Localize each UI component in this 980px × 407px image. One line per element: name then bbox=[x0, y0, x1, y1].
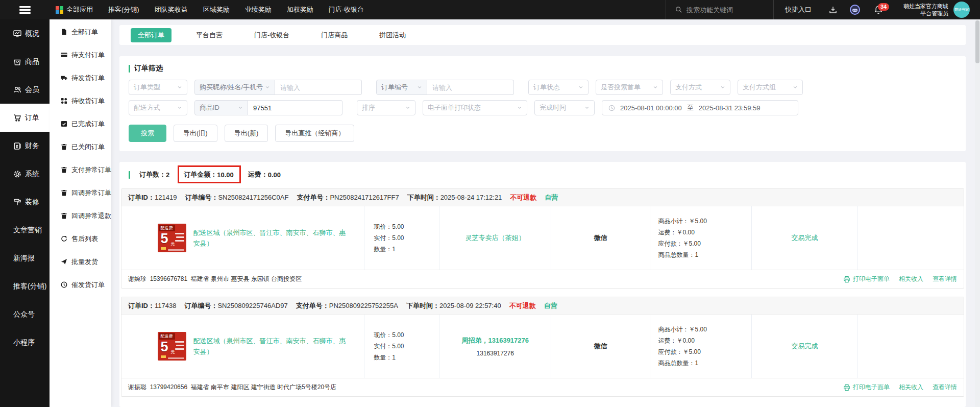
avatar[interactable]: 萌娃当家 bbox=[953, 2, 970, 18]
submenu-callback-abnormal-refund[interactable]: 回调异常退款 bbox=[50, 204, 111, 227]
ai-assistant-icon[interactable] bbox=[843, 4, 867, 15]
submenu-pay-abnormal-orders[interactable]: 支付异常订单 bbox=[50, 158, 111, 181]
top-nav-all-apps[interactable]: 全部应用 bbox=[56, 5, 93, 14]
buyer-search-input[interactable] bbox=[275, 80, 362, 95]
order-status: 交易完成 bbox=[792, 233, 818, 243]
sidebar-item-official-account[interactable]: 公众号 bbox=[0, 300, 50, 328]
tab-platform-self[interactable]: 平台自营 bbox=[189, 28, 230, 42]
menu-icon[interactable] bbox=[0, 6, 50, 14]
pay-no-value: PN250809225752255A bbox=[329, 302, 398, 309]
first-order-select[interactable]: 是否搜索首单 bbox=[596, 80, 663, 95]
order-list-panel: 订单数： 2 订单金额： 10.00 运费： 0.00 订单ID：1 bbox=[119, 162, 966, 407]
submenu-batch-ship[interactable]: 批量发货 bbox=[50, 250, 111, 273]
submenu-callback-abnormal-orders[interactable]: 回调异常订单 bbox=[50, 181, 111, 204]
chevron-down-icon bbox=[405, 105, 410, 110]
submenu-urge-ship-orders[interactable]: 催发货订单 bbox=[50, 273, 111, 296]
date-end: 2025-08-31 23:59:59 bbox=[699, 104, 761, 112]
order-summary-row: 订单数： 2 订单金额： 10.00 运费： 0.00 bbox=[129, 170, 957, 179]
delivery-select[interactable]: 配送方式 bbox=[129, 100, 187, 115]
export-direct-button[interactable]: 导出直推（经销商） bbox=[275, 125, 354, 142]
top-nav-item[interactable]: 团队奖收益 bbox=[155, 5, 188, 14]
pay-way-group-select[interactable]: 支付方式组 bbox=[738, 80, 803, 95]
trash-icon bbox=[61, 166, 67, 173]
goods-id-key-select[interactable]: 商品ID bbox=[194, 100, 248, 115]
order-no-key-select[interactable]: 订单编号 bbox=[376, 80, 427, 95]
sidebar-item-overview[interactable]: 概况 bbox=[0, 19, 50, 47]
print-eorder-link[interactable]: 打印电子面单 bbox=[843, 383, 890, 392]
topbar-search[interactable] bbox=[666, 0, 773, 19]
product-name-link[interactable]: 配送区域（泉州市区、晋江市、南安市、石狮市、惠安县） bbox=[193, 336, 347, 357]
sidebar-item-system[interactable]: 系统 bbox=[0, 160, 50, 188]
order-status-select[interactable]: 订单状态 bbox=[528, 80, 589, 95]
sidebar-item-member[interactable]: 会员 bbox=[0, 76, 50, 104]
store-link[interactable]: 灵芝专卖店（茶姐） bbox=[462, 233, 528, 243]
submenu-unshipped-orders[interactable]: 待发货订单 bbox=[50, 66, 111, 89]
non-refundable-tag: 不可退款 bbox=[509, 301, 536, 310]
order-time-label: 下单时间： bbox=[406, 302, 439, 309]
download-icon[interactable] bbox=[823, 6, 843, 14]
sidebar-item-goods[interactable]: 商品 bbox=[0, 47, 50, 76]
goods-id-input[interactable] bbox=[248, 100, 342, 115]
buyer-link[interactable]: 周招弟，13163917276 bbox=[458, 336, 532, 346]
submenu-aftersale-list[interactable]: 售后列表 bbox=[50, 227, 111, 250]
print-eorder-link[interactable]: 打印电子面单 bbox=[843, 275, 890, 283]
export-old-button[interactable]: 导出(旧) bbox=[174, 125, 217, 142]
view-detail-link[interactable]: 查看详情 bbox=[933, 275, 957, 283]
tab-all-orders[interactable]: 全部订单 bbox=[131, 28, 172, 42]
submenu-unpaid-orders[interactable]: 待支付订单 bbox=[50, 43, 111, 66]
quick-entry-link[interactable]: 快捷入口 bbox=[774, 5, 823, 14]
filter-row-2: 配送方式 商品ID 排序 电子面 bbox=[129, 100, 957, 115]
chevron-down-icon bbox=[517, 105, 522, 110]
related-income-link[interactable]: 相关收入 bbox=[899, 275, 923, 283]
order-no-input[interactable] bbox=[427, 80, 514, 95]
scrollbar-track[interactable] bbox=[975, 20, 980, 407]
submenu-receiving-orders[interactable]: 待收货订单 bbox=[50, 89, 111, 112]
select-value: 订单类型 bbox=[134, 83, 160, 92]
sidebar-item-finance[interactable]: 财务 bbox=[0, 132, 50, 160]
top-nav-item[interactable]: 加权奖励 bbox=[287, 5, 313, 14]
sidebar-item-decoration[interactable]: 装修 bbox=[0, 188, 50, 216]
sidebar-item-poster[interactable]: 新海报 bbox=[0, 244, 50, 272]
tab-store-cashier[interactable]: 门店-收银台 bbox=[247, 28, 297, 42]
submenu-closed-orders[interactable]: 已关闭订单 bbox=[50, 135, 111, 158]
sidebar-item-orders[interactable]: 订单 bbox=[0, 104, 50, 132]
top-nav-item[interactable]: 门店-收银台 bbox=[329, 5, 364, 14]
self-operated-tag: 自营 bbox=[545, 193, 558, 202]
related-income-link[interactable]: 相关收入 bbox=[899, 383, 923, 392]
submenu-completed-orders[interactable]: 已完成订单 bbox=[50, 112, 111, 135]
submenu-all-orders[interactable]: 全部订单 bbox=[50, 20, 111, 43]
order-card: 订单ID：121419 订单编号：SN250824171256C0AF 支付单号… bbox=[121, 188, 964, 289]
buyer-search-group: 购买昵称/姓名/手机号 bbox=[194, 80, 362, 95]
top-nav-item[interactable]: 区域奖励 bbox=[203, 5, 230, 14]
top-nav-item[interactable]: 业绩奖励 bbox=[245, 5, 272, 14]
scrollbar-thumb[interactable] bbox=[975, 20, 979, 63]
order-no-group: 订单编号 bbox=[376, 80, 514, 95]
select-value: 是否搜索首单 bbox=[601, 83, 641, 92]
buyer-key-select[interactable]: 购买昵称/姓名/手机号 bbox=[194, 80, 275, 95]
notifications-button[interactable]: 34 bbox=[867, 5, 890, 14]
member-icon bbox=[13, 86, 21, 94]
tab-store-goods[interactable]: 门店商品 bbox=[314, 28, 355, 42]
sidebar-item-mini-program[interactable]: 小程序 bbox=[0, 328, 50, 356]
search-button[interactable]: 搜索 bbox=[129, 125, 166, 142]
account-info[interactable]: 萌娃当家官方商城 平台管理员 bbox=[903, 3, 948, 17]
sort-select[interactable]: 排序 bbox=[357, 100, 415, 115]
export-new-button[interactable]: 导出(新) bbox=[225, 125, 268, 142]
finish-time-select[interactable]: 完成时间 bbox=[534, 100, 595, 115]
view-detail-link[interactable]: 查看详情 bbox=[933, 383, 957, 392]
date-range-picker[interactable]: 2025-08-01 00:00:00 至 2025-08-31 23:59:5… bbox=[602, 100, 798, 115]
eprint-status-select[interactable]: 电子面单打印状态 bbox=[423, 100, 527, 115]
sidebar-item-promoter[interactable]: 推客(分销) bbox=[0, 272, 50, 300]
pay-way-select[interactable]: 支付方式 bbox=[670, 80, 730, 95]
product-cell: 配送费 5 元 配送区域（泉州市区、晋江市、南安市、石狮市、惠安县） bbox=[121, 315, 364, 378]
sidebar-item-article[interactable]: 文章营销 bbox=[0, 216, 50, 244]
payable: 应付款：￥5.00 bbox=[658, 238, 752, 249]
order-type-select[interactable]: 订单类型 bbox=[129, 80, 187, 95]
printer-icon bbox=[843, 384, 850, 391]
printer-icon bbox=[843, 276, 850, 283]
order-count-label: 订单数： bbox=[139, 170, 166, 179]
search-input[interactable] bbox=[687, 6, 763, 14]
top-nav-item[interactable]: 推客(分销) bbox=[108, 5, 139, 14]
product-name-link[interactable]: 配送区域（泉州市区、晋江市、南安市、石狮市、惠安县） bbox=[193, 227, 347, 249]
tab-group-activity[interactable]: 拼团活动 bbox=[372, 28, 413, 42]
